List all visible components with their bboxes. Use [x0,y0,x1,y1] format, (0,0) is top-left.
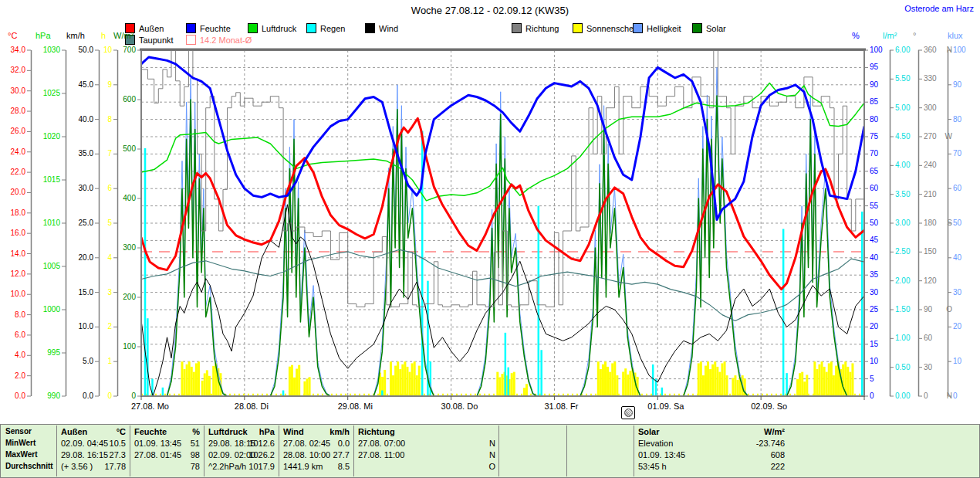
sunshine-bar [607,367,609,396]
sunshine-bar [732,378,734,396]
sunshine-bar [801,372,803,396]
rain-bar [508,368,510,396]
sunshine-bar [711,364,714,396]
day-label: 31.08. Fr [544,402,578,411]
rain-bar [147,318,149,396]
table-cell-value: O [358,462,495,471]
sunshine-bar [847,367,849,396]
sunshine-bar [842,364,844,396]
sunshine-bar [394,366,397,396]
sunshine-bar [399,369,401,396]
day-label: 01.09. Sa [647,402,684,411]
table-cell-value: 27.3 [61,450,126,459]
rain-bar [661,388,664,396]
sunshine-bar [418,366,421,396]
sunshine-bar [409,372,411,396]
sunshine-bar [734,375,736,396]
table-cell-value: 98 [134,450,200,459]
sunshine-bar [384,370,386,396]
table-cell-value: 608 [638,450,785,459]
table-cell-value: 10.5 [61,439,126,448]
sunshine-bar [208,376,211,396]
sunshine-bar [705,366,707,396]
table-cell-value: 1026.2 [208,450,275,459]
sunshine-bar [298,365,300,396]
table-divider [353,425,354,476]
day-label: 02.09. So [751,402,787,411]
rain-bar [782,229,785,396]
table-col-unit: W/m² [638,427,785,436]
sunshine-bar [724,361,726,396]
sunshine-bar [702,375,705,396]
sunshine-bar [707,361,709,396]
sunshine-bar [195,363,198,396]
sunshine-bar [698,363,700,396]
rain-bar [540,350,542,396]
sunshine-bar [823,367,826,396]
sunshine-bar [602,364,604,396]
sunshine-bar [611,363,613,396]
table-cell-value: N [358,439,495,448]
series-luftdruck [141,83,864,201]
day-label: 30.08. Do [441,402,478,411]
sunshine-bar [406,367,408,396]
sunshine-bar [616,375,618,396]
sunshine-bar [392,375,394,396]
series-richtung [141,50,864,307]
sunshine-bar [700,361,702,396]
rain-bar [538,206,540,396]
table-row-label: Sensor [5,427,32,436]
table-divider [56,425,57,476]
table-col-header: Richtung [358,427,395,436]
timeline-handle[interactable] [621,406,635,419]
table-row-label: MinWert [5,439,35,447]
table-cell-value: 222 [638,462,785,471]
sunshine-bar [397,361,399,396]
table-col-unit: hPa [208,427,275,436]
sunshine-bar [709,369,711,396]
sunshine-bar [416,375,418,396]
sunshine-bar [309,377,311,396]
sunshine-bar [721,363,723,396]
sunshine-bar [501,374,503,396]
table-row-label: Durchschnitt [5,462,53,470]
sunshine-bar [191,367,193,396]
sunshine-bar [206,370,208,396]
table-divider [279,425,279,476]
sunshine-bar [289,367,291,396]
sunshine-bar [496,372,498,396]
sunshine-bar [188,361,191,396]
sunshine-bar [184,369,186,396]
rain-bar [652,364,654,396]
sunshine-bar [796,379,799,396]
rain-bar [861,212,863,396]
sunshine-bar [821,361,823,396]
sunshine-bar [851,363,853,396]
sunshine-bar [513,372,515,396]
table-cell-value: 1017.9 [208,462,275,471]
stats-table: SensorMinWertMaxWertDurchschnittAußen°C0… [0,424,980,478]
sunshine-bar [390,361,392,396]
day-label: 29.08. Mi [338,402,373,411]
table-col-unit: °C [61,427,126,436]
sunshine-bar [193,372,195,396]
table-cell-value: -23.746 [638,439,785,448]
sunshine-bar [830,361,833,396]
sunshine-bar [813,361,816,396]
sunshine-bar [186,364,188,396]
sunshine-bar [849,372,851,396]
sunshine-bar [523,388,525,396]
sunshine-bar [835,366,837,396]
rain-bar [381,391,384,396]
sunshine-bar [511,373,513,396]
sunshine-bar [622,371,624,396]
sunshine-bar [198,361,200,396]
sunshine-bar [204,373,206,396]
sunshine-bar [293,378,296,396]
table-cell-value: 78 [134,462,200,471]
sunshine-bar [306,378,309,396]
table-divider [566,425,567,476]
rain-bar [282,391,285,396]
sunshine-bar [816,369,818,396]
table-divider [130,425,130,476]
